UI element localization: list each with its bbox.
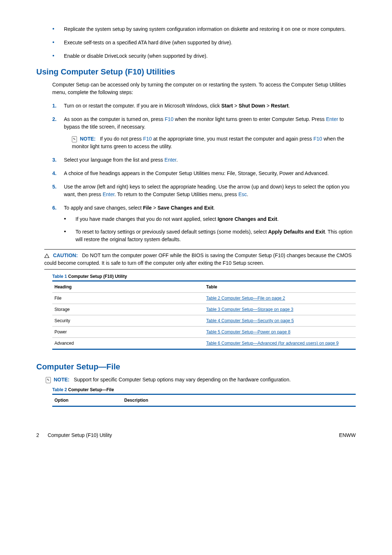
col-option: Option [52,394,122,406]
table-computer-setup-utility: Heading Table File Table 2 Computer Setu… [52,280,356,350]
link-table6[interactable]: Table 6 Computer Setup—Advanced (for adv… [206,341,339,346]
note-label: NOTE: [80,136,96,142]
caution-label: CAUTION: [53,252,78,258]
page-number: 2 [36,432,39,438]
note-label: NOTE: [54,377,70,382]
section-using-utilities-heading: Using Computer Setup (F10) Utilities [36,67,356,77]
bullet-item: Replicate the system setup by saving sys… [52,25,356,33]
bullet-item: Execute self-tests on a specified ATA ha… [52,39,356,46]
table-row: File Table 2 Computer Setup—File on page… [52,293,356,304]
link-table5[interactable]: Table 5 Computer Setup—Power on page 8 [206,329,290,335]
note-block: ✎ NOTE: If you do not press F10 at the a… [72,135,356,150]
col-table: Table [204,281,356,293]
bullet-item: Enable or disable DriveLock security (wh… [52,52,356,60]
table-row: Storage Table 3 Computer Setup—Storage o… [52,304,356,315]
col-heading: Heading [52,281,204,293]
note-icon: ✎ [46,377,51,384]
col-description: Description [122,394,356,406]
steps-list: Turn on or restart the computer. If you … [52,102,356,243]
note-block-2: ✎ NOTE: Support for specific Computer Se… [46,376,356,384]
table-row: Advanced Table 6 Computer Setup—Advanced… [52,338,356,349]
intro-paragraph: Computer Setup can be accessed only by t… [52,81,356,96]
step-1: Turn on or restart the computer. If you … [52,102,356,110]
link-table4[interactable]: Table 4 Computer Setup—Security on page … [206,318,294,323]
table-row: Security Table 4 Computer Setup—Security… [52,315,356,327]
link-table2[interactable]: Table 2 Computer Setup—File on page 2 [206,296,285,301]
caution-block: CAUTION: Do NOT turn the computer power … [44,249,356,270]
step-4: A choice of five headings appears in the… [52,170,356,177]
footer-chapter: Computer Setup (F10) Utility [48,432,112,438]
step-3: Select your language from the list and p… [52,156,356,164]
step-6-subitems: If you have made changes that you do not… [64,215,356,243]
step-6: To apply and save changes, select File >… [52,204,356,243]
sub-item: To reset to factory settings or previous… [64,228,356,243]
caution-text: Do NOT turn the computer power OFF while… [44,252,352,266]
table-1-title: Table 1 Computer Setup (F10) Utility [52,274,356,279]
section-file-heading: Computer Setup—File [36,362,356,372]
feature-bullets: Replicate the system setup by saving sys… [52,25,356,60]
table-row: Power Table 5 Computer Setup—Power on pa… [52,327,356,338]
step-5: Use the arrow (left and right) keys to s… [52,183,356,198]
page-footer: 2 Computer Setup (F10) Utility ENWW [36,432,356,438]
caution-icon [44,254,49,258]
note-icon: ✎ [72,136,77,143]
table-2-title: Table 2 Computer Setup—File [52,387,356,392]
step-2: As soon as the computer is turned on, pr… [52,116,356,150]
footer-right: ENWW [339,432,356,438]
table-computer-setup-file: Option Description [52,394,356,407]
sub-item: If you have made changes that you do not… [64,215,356,223]
link-table3[interactable]: Table 3 Computer Setup—Storage on page 3 [206,307,293,312]
